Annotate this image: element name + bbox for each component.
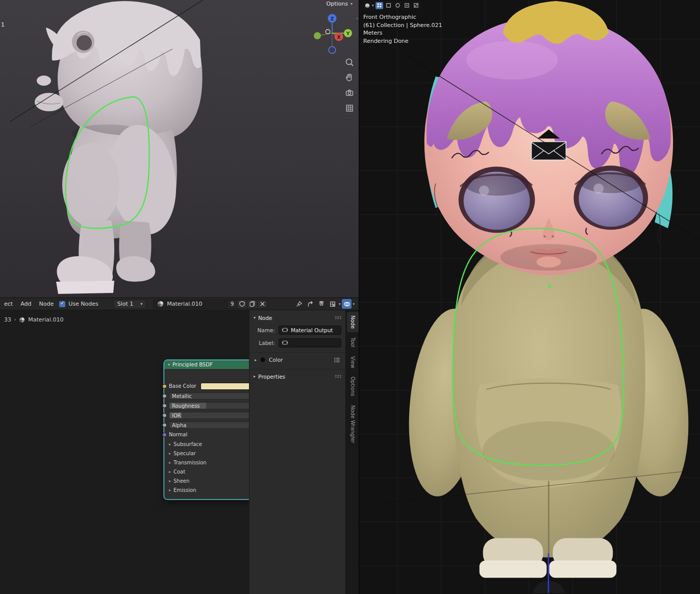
overlays-toggle[interactable] bbox=[342, 299, 352, 309]
socket-alpha[interactable] bbox=[162, 423, 167, 427]
section-coat[interactable]: ▸ Coat bbox=[164, 467, 256, 476]
node-color-swatch[interactable] bbox=[260, 357, 266, 363]
use-nodes-toggle[interactable]: Use Nodes bbox=[59, 301, 98, 307]
close-icon bbox=[259, 301, 266, 307]
node-name-field[interactable]: Material Output bbox=[279, 326, 341, 335]
tab-tool[interactable]: Tool bbox=[347, 333, 359, 352]
menu-node[interactable]: Node bbox=[39, 301, 54, 307]
square-dot-icon bbox=[404, 3, 410, 8]
options-label: Options bbox=[327, 1, 348, 7]
divider bbox=[249, 352, 345, 353]
copy-icon bbox=[249, 301, 256, 307]
chevron-down-icon: ▾ bbox=[372, 4, 374, 8]
toolbar-toggle-5[interactable] bbox=[412, 2, 420, 9]
menu-select[interactable]: ect bbox=[4, 301, 13, 307]
tab-node-wrangler[interactable]: Node Wrangler bbox=[347, 401, 359, 448]
node-icon bbox=[282, 327, 288, 333]
chevron-right-icon: ▸ bbox=[169, 442, 171, 447]
chevron-down-icon[interactable]: ▾ bbox=[339, 302, 341, 306]
toolbar-toggle-1[interactable] bbox=[376, 2, 383, 9]
viewport-rendered[interactable]: ▾ bbox=[359, 0, 700, 594]
tab-options[interactable]: Options bbox=[347, 373, 359, 400]
section-sheen[interactable]: ▸ Sheen bbox=[164, 476, 256, 485]
toolbar-toggle-3[interactable] bbox=[394, 2, 402, 9]
breadcrumb-material: Material.010 bbox=[28, 316, 63, 323]
gizmo-center-dot bbox=[326, 30, 330, 34]
slider-label: IOR bbox=[169, 412, 252, 419]
node-title: Principled BSDF bbox=[172, 362, 213, 367]
material-users-count[interactable]: 9 bbox=[228, 300, 237, 309]
go-to-parent-button[interactable] bbox=[306, 299, 315, 309]
socket-roughness[interactable] bbox=[162, 403, 167, 408]
gizmo-z-neg-axis[interactable] bbox=[329, 46, 336, 54]
magnet-icon bbox=[318, 301, 325, 308]
node-label-field[interactable] bbox=[279, 338, 341, 348]
presets-list-icon[interactable] bbox=[334, 357, 340, 363]
panel-title: Properties bbox=[258, 374, 285, 380]
slot-label: Slot 1 bbox=[117, 301, 134, 307]
chevron-right-icon: ▸ bbox=[169, 479, 171, 483]
section-label: Emission bbox=[173, 487, 196, 493]
panel-grip-icon[interactable] bbox=[335, 316, 341, 319]
node-name-value: Material Output bbox=[291, 327, 333, 333]
region-corner-arrow[interactable]: ‹ bbox=[356, 15, 358, 21]
navigation-gizmo[interactable]: Z X Y bbox=[309, 9, 356, 60]
pin-button[interactable] bbox=[294, 299, 304, 309]
ior-slider[interactable]: IOR bbox=[169, 412, 252, 419]
toolbar-toggle-2[interactable] bbox=[385, 2, 392, 9]
viewport-options-button[interactable]: Options ▾ bbox=[327, 1, 353, 7]
breadcrumb: 33 › Material.010 bbox=[4, 316, 63, 323]
input-row-normal: Normal bbox=[164, 430, 256, 439]
tab-view[interactable]: View bbox=[347, 353, 359, 372]
chevron-down-icon[interactable]: ▾ bbox=[353, 302, 355, 306]
pan-button[interactable] bbox=[344, 72, 355, 83]
fake-user-button[interactable] bbox=[237, 300, 247, 309]
viewport-3d[interactable]: 1 Options ▾ ‹ Z X Y bbox=[0, 0, 359, 298]
unlink-material-button[interactable] bbox=[258, 300, 268, 309]
section-transmission[interactable]: ▸ Transmission bbox=[164, 458, 256, 467]
node-color-row[interactable]: ▸ Color bbox=[249, 354, 345, 365]
duplicate-material-button[interactable] bbox=[247, 300, 258, 309]
node-panel-header[interactable]: ▾ Node bbox=[249, 312, 345, 323]
snapping-toggle[interactable] bbox=[317, 299, 327, 309]
socket-normal[interactable] bbox=[162, 432, 167, 437]
socket-metallic[interactable] bbox=[162, 393, 167, 398]
principled-bsdf-node[interactable]: ▾ Principled BSDF Base Color Metallic bbox=[164, 360, 256, 499]
overlays-icon bbox=[343, 301, 351, 308]
node-header[interactable]: ▾ Principled BSDF bbox=[164, 360, 256, 369]
toolbar-toggle-4[interactable] bbox=[403, 2, 411, 9]
checkbox-checked-icon bbox=[59, 301, 65, 307]
grid-view-button[interactable] bbox=[344, 103, 355, 113]
tab-label: Node bbox=[350, 315, 356, 329]
viewport-nav-buttons bbox=[344, 57, 355, 113]
pin-icon bbox=[295, 301, 303, 308]
gizmo-z-label: Z bbox=[331, 16, 334, 21]
alpha-slider[interactable]: Alpha bbox=[169, 422, 252, 429]
input-label: Base Color bbox=[169, 383, 196, 389]
material-browser[interactable]: Material.010 bbox=[153, 300, 228, 309]
slot-dropdown[interactable]: Slot 1 ▾ bbox=[113, 300, 147, 309]
section-subsurface[interactable]: ▸ Subsurface bbox=[164, 439, 256, 449]
snap-mode-dropdown[interactable] bbox=[328, 299, 338, 309]
panel-grip-icon[interactable] bbox=[335, 375, 341, 378]
menu-add[interactable]: Add bbox=[20, 301, 31, 307]
tab-node[interactable]: Node bbox=[347, 312, 359, 332]
camera-view-button[interactable] bbox=[344, 88, 355, 98]
section-emission[interactable]: ▸ Emission bbox=[164, 485, 256, 494]
node-editor-canvas[interactable]: 33 › Material.010 ▾ Principled BSDF bbox=[0, 310, 359, 594]
section-specular[interactable]: ▸ Specular bbox=[164, 449, 256, 458]
roughness-slider[interactable]: Roughness bbox=[169, 402, 252, 409]
tab-label: Options bbox=[350, 377, 356, 397]
zoom-button[interactable] bbox=[344, 57, 355, 67]
base-color-swatch[interactable] bbox=[201, 383, 252, 390]
socket-ior[interactable] bbox=[162, 413, 167, 417]
metallic-slider[interactable]: Metallic bbox=[169, 392, 252, 400]
properties-panel-header[interactable]: ▸ Properties bbox=[249, 371, 345, 382]
gizmo-x-label: X bbox=[337, 35, 341, 40]
gizmo-y-neg-axis[interactable] bbox=[314, 32, 321, 39]
editor-type-button[interactable] bbox=[363, 2, 371, 9]
material-name: Material.010 bbox=[167, 301, 202, 307]
dots-grid-icon bbox=[377, 3, 382, 8]
socket-base-color[interactable] bbox=[162, 384, 167, 388]
material-id-block: Material.010 9 bbox=[153, 300, 268, 309]
